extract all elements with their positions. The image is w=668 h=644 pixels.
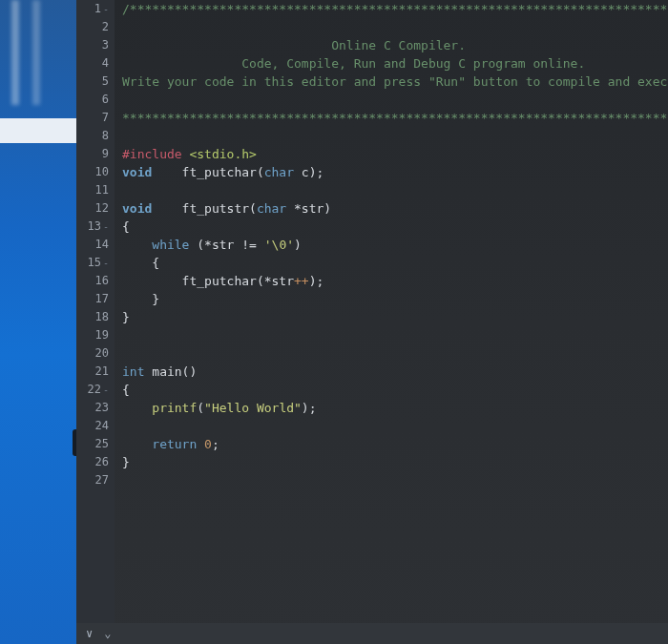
code-line: Online C Compiler. xyxy=(115,36,668,54)
glare xyxy=(32,0,40,105)
line-number: 11 xyxy=(76,181,115,199)
code-line: } xyxy=(115,290,668,308)
code-line xyxy=(115,344,668,363)
line-number: 14 xyxy=(76,236,115,254)
line-number: 19 xyxy=(76,326,115,344)
code-line: int main() xyxy=(115,363,668,381)
line-number: 4 xyxy=(76,54,115,73)
code-line: } xyxy=(115,453,668,471)
line-number: 6 xyxy=(76,91,115,109)
status-icon[interactable]: ∨ xyxy=(86,627,93,640)
line-number: 22- xyxy=(76,381,115,399)
line-number: 20 xyxy=(76,344,115,363)
line-number: 10 xyxy=(76,163,115,181)
code-text-area[interactable]: /***************************************… xyxy=(115,0,668,644)
line-number-gutter[interactable]: 1- 2 3 4 5 6 7 8 9 10 11 12 13- 14 15- 1… xyxy=(76,0,115,644)
line-number: 7 xyxy=(76,109,115,127)
line-number: 1- xyxy=(76,0,115,18)
line-number: 27 xyxy=(76,471,115,489)
line-number: 24 xyxy=(76,417,115,435)
code-line: while (*str != '\0') xyxy=(115,236,668,254)
code-editor[interactable]: 1- 2 3 4 5 6 7 8 9 10 11 12 13- 14 15- 1… xyxy=(76,0,668,644)
code-line: Code, Compile, Run and Debug C program o… xyxy=(115,54,668,73)
line-number: 12 xyxy=(76,199,115,218)
code-line: Write your code in this editor and press… xyxy=(115,73,668,91)
code-line: } xyxy=(115,308,668,326)
code-line: { xyxy=(115,381,668,399)
line-number: 16 xyxy=(76,272,115,290)
code-line xyxy=(115,127,668,145)
editor-status-bar: ∨ ⌄ xyxy=(76,623,668,644)
code-line: #include <stdio.h> xyxy=(115,145,668,163)
code-line: { xyxy=(115,218,668,236)
desktop-left-panel xyxy=(0,0,76,644)
line-number: 9 xyxy=(76,145,115,163)
code-line xyxy=(115,326,668,344)
line-number: 13- xyxy=(76,218,115,236)
code-line: return 0; xyxy=(115,435,668,453)
code-line: void ft_putchar(char c); xyxy=(115,163,668,181)
code-line xyxy=(115,18,668,36)
line-number: 3 xyxy=(76,36,115,54)
code-line xyxy=(115,471,668,489)
line-number: 15- xyxy=(76,254,115,272)
line-number: 5 xyxy=(76,73,115,91)
line-number: 25 xyxy=(76,435,115,453)
line-number: 23 xyxy=(76,399,115,417)
code-line xyxy=(115,181,668,199)
code-line: printf("Hello World"); xyxy=(115,399,668,417)
status-icon[interactable]: ⌄ xyxy=(104,627,111,640)
glare xyxy=(11,0,19,105)
code-line: ****************************************… xyxy=(115,109,668,127)
line-number: 21 xyxy=(76,363,115,381)
panel-white-band xyxy=(0,118,76,143)
screenshot-root: < 1- 2 3 4 5 6 7 8 9 10 11 12 13- 14 15-… xyxy=(0,0,668,644)
line-number: 8 xyxy=(76,127,115,145)
line-number: 18 xyxy=(76,308,115,326)
code-line: void ft_putstr(char *str) xyxy=(115,199,668,218)
line-number: 26 xyxy=(76,453,115,471)
code-line xyxy=(115,91,668,109)
code-line: ft_putchar(*str++); xyxy=(115,272,668,290)
code-line: /***************************************… xyxy=(115,0,668,18)
code-line: { xyxy=(115,254,668,272)
line-number: 17 xyxy=(76,290,115,308)
code-line xyxy=(115,417,668,435)
line-number: 2 xyxy=(76,18,115,36)
